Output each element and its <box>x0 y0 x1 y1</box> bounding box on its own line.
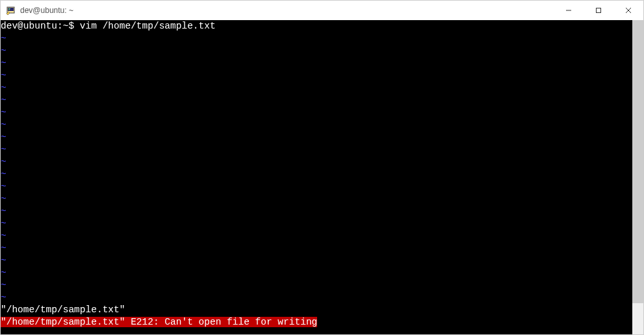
close-button[interactable] <box>613 1 643 20</box>
vim-tilde: ~ <box>1 280 6 290</box>
svg-rect-1 <box>8 8 14 11</box>
vim-tilde: ~ <box>1 45 6 56</box>
titlebar[interactable]: dev@ubuntu: ~ <box>1 1 643 20</box>
svg-rect-5 <box>597 8 601 13</box>
vim-tilde: ~ <box>1 255 6 266</box>
vim-tilde: ~ <box>1 181 6 192</box>
vim-tilde: ~ <box>1 292 6 303</box>
vim-tilde: ~ <box>1 267 6 278</box>
vim-tilde: ~ <box>1 206 6 216</box>
vim-tilde: ~ <box>1 230 6 241</box>
minimize-button[interactable] <box>554 1 584 20</box>
putty-window: dev@ubuntu: ~ dev@ubuntu:~$ vim /home/tm… <box>0 0 644 335</box>
vim-tilde: ~ <box>1 218 6 229</box>
terminal-content[interactable]: dev@ubuntu:~$ vim /home/tmp/sample.txt ~… <box>1 20 632 334</box>
vim-tilde: ~ <box>1 193 6 204</box>
prompt-line: dev@ubuntu:~$ vim /home/tmp/sample.txt <box>1 21 216 31</box>
vim-tilde: ~ <box>1 107 6 118</box>
window-controls <box>554 1 643 20</box>
vim-tilde: ~ <box>1 82 6 93</box>
vim-error-line: "/home/tmp/sample.txt" E212: Can't open … <box>1 317 317 327</box>
terminal-area: dev@ubuntu:~$ vim /home/tmp/sample.txt ~… <box>1 20 643 334</box>
maximize-button[interactable] <box>584 1 613 20</box>
vertical-scrollbar[interactable] <box>632 20 643 334</box>
vim-tilde: ~ <box>1 33 6 43</box>
vim-tilde: ~ <box>1 70 6 81</box>
vim-tilde: ~ <box>1 132 6 142</box>
window-title: dev@ubuntu: ~ <box>20 6 73 15</box>
vim-tilde: ~ <box>1 119 6 130</box>
scrollbar-track <box>632 20 643 334</box>
vim-tilde: ~ <box>1 58 6 68</box>
vim-tilde: ~ <box>1 243 6 253</box>
vim-status-line: "/home/tmp/sample.txt" <box>1 304 125 315</box>
vim-tilde: ~ <box>1 169 6 179</box>
vim-tilde: ~ <box>1 144 6 155</box>
vim-tilde: ~ <box>1 95 6 105</box>
vim-tilde: ~ <box>1 156 6 167</box>
putty-icon <box>6 5 16 16</box>
scrollbar-thumb[interactable] <box>632 20 643 303</box>
